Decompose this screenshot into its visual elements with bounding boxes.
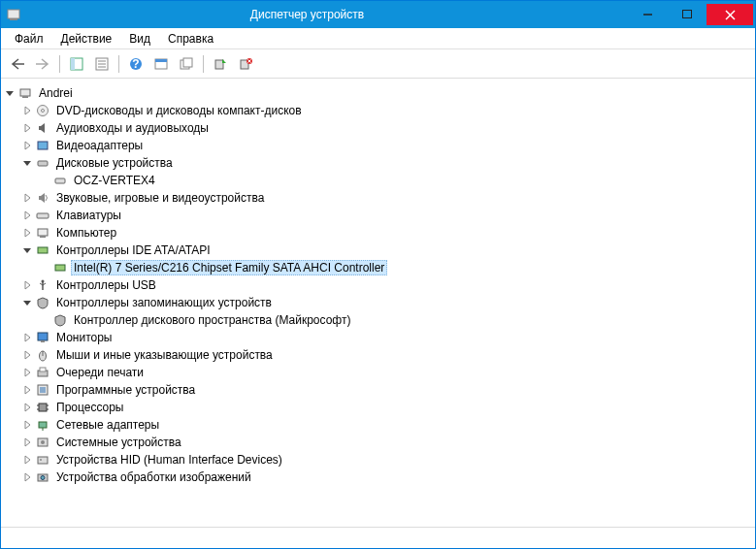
- tree-node-label[interactable]: OCZ-VERTEX4: [71, 173, 158, 188]
- tree-category[interactable]: Сетевые адаптеры: [20, 416, 753, 434]
- tree-node-label[interactable]: Устройства обработки изображений: [53, 469, 254, 485]
- tree-node-label[interactable]: Очереди печати: [53, 365, 147, 380]
- tree-node-label[interactable]: Клавиатуры: [53, 208, 124, 223]
- tree-category[interactable]: Контроллеры IDE ATA/ATAPI: [20, 242, 753, 259]
- tree-category[interactable]: Аудиовходы и аудиовыходы: [20, 119, 753, 137]
- toolbar-action1-button[interactable]: [150, 53, 172, 75]
- svg-text:?: ?: [132, 57, 139, 71]
- expander-icon[interactable]: [3, 86, 16, 100]
- svg-rect-0: [8, 10, 19, 18]
- tree-leaf[interactable]: OCZ-VERTEX4: [38, 172, 753, 189]
- expander-icon[interactable]: [20, 139, 34, 152]
- tree-category[interactable]: DVD-дисководы и дисководы компакт-дисков: [20, 102, 753, 119]
- tree-node-label[interactable]: Процессоры: [53, 400, 127, 415]
- tree-category[interactable]: Мониторы: [20, 329, 753, 346]
- dvd-icon: [34, 104, 51, 117]
- tree-node-label[interactable]: Компьютер: [53, 225, 119, 241]
- tree-category[interactable]: Контроллеры запоминающих устройств: [20, 294, 753, 311]
- tree-category[interactable]: Устройства обработки изображений: [20, 468, 753, 486]
- storage-ctl-icon: [51, 313, 69, 327]
- menu-action[interactable]: Действие: [53, 30, 120, 48]
- tree-category[interactable]: Системные устройства: [20, 434, 753, 451]
- expander-icon[interactable]: [20, 243, 34, 257]
- tree-node-label[interactable]: Контроллер дискового пространства (Майкр…: [71, 312, 353, 328]
- expander-icon[interactable]: [20, 104, 34, 117]
- expander-icon[interactable]: [20, 436, 34, 449]
- tree-node-label[interactable]: Andrei: [36, 85, 76, 101]
- svg-rect-3: [683, 11, 692, 18]
- expander-icon[interactable]: [20, 366, 34, 379]
- system-icon: [34, 436, 51, 449]
- menu-file[interactable]: Файл: [7, 30, 51, 48]
- tree-node-label[interactable]: Контроллеры USB: [53, 277, 159, 293]
- expander-icon[interactable]: [20, 191, 34, 205]
- expander-icon[interactable]: [20, 209, 34, 222]
- tree-node-label[interactable]: Мониторы: [53, 330, 115, 345]
- tree-root-node[interactable]: Andrei: [3, 84, 753, 102]
- toolbar-properties-button[interactable]: [91, 53, 113, 75]
- tree-node-label[interactable]: Сетевые адаптеры: [53, 417, 162, 433]
- tree-node-label[interactable]: Системные устройства: [53, 435, 184, 450]
- expander-icon[interactable]: [20, 348, 34, 362]
- tree-node-label[interactable]: Контроллеры IDE ATA/ATAPI: [53, 242, 214, 258]
- svg-point-57: [40, 459, 42, 461]
- maximize-button[interactable]: [668, 4, 707, 25]
- toolbar-forward-button[interactable]: [32, 53, 53, 75]
- tree-leaf[interactable]: Intel(R) 7 Series/C216 Chipset Family SA…: [38, 259, 753, 276]
- toolbar-scan-button[interactable]: [210, 53, 231, 75]
- tree-category[interactable]: Клавиатуры: [20, 207, 753, 224]
- svg-rect-24: [22, 96, 28, 98]
- expander-icon[interactable]: [20, 401, 34, 414]
- menu-help[interactable]: Справка: [160, 30, 221, 48]
- tree-node-label[interactable]: Мыши и иные указывающие устройства: [53, 347, 276, 363]
- hid-icon: [34, 453, 51, 467]
- expander-icon[interactable]: [20, 296, 34, 309]
- tree-category[interactable]: Контроллеры USB: [20, 276, 753, 294]
- tree-node-label[interactable]: DVD-дисководы и дисководы компакт-дисков: [53, 103, 305, 118]
- tree-category[interactable]: Программные устройства: [20, 381, 753, 399]
- toolbar-uninstall-button[interactable]: [235, 53, 256, 75]
- tree-category[interactable]: Очереди печати: [20, 364, 753, 381]
- expander-icon[interactable]: [20, 278, 34, 292]
- tree-category[interactable]: Процессоры: [20, 399, 753, 416]
- minimize-button[interactable]: [629, 4, 668, 25]
- tree-category[interactable]: Устройства HID (Human Interface Devices): [20, 451, 753, 468]
- network-icon: [34, 418, 51, 432]
- tree-node-label[interactable]: Звуковые, игровые и видеоустройства: [53, 190, 267, 206]
- tree-category[interactable]: Дисковые устройства: [20, 154, 753, 172]
- close-button[interactable]: [707, 4, 753, 25]
- tree-category[interactable]: Видеоадаптеры: [20, 137, 753, 154]
- tree-node-label[interactable]: Дисковые устройства: [53, 155, 176, 171]
- svg-rect-7: [71, 58, 75, 70]
- audio-icon: [34, 121, 51, 135]
- expander-icon[interactable]: [20, 156, 34, 170]
- disk-icon: [34, 156, 51, 170]
- toolbar-show-hide-button[interactable]: [66, 53, 87, 75]
- tree-node-label[interactable]: Intel(R) 7 Series/C216 Chipset Family SA…: [71, 260, 387, 275]
- toolbar-action2-button[interactable]: [176, 53, 197, 75]
- tree-node-label[interactable]: Устройства HID (Human Interface Devices): [53, 452, 285, 468]
- expander-icon[interactable]: [20, 383, 34, 397]
- tree-leaf[interactable]: Контроллер дискового пространства (Майкр…: [38, 311, 753, 329]
- mouse-icon: [34, 348, 51, 362]
- expander-icon[interactable]: [20, 470, 34, 484]
- computer-icon: [34, 226, 51, 240]
- expander-icon[interactable]: [20, 418, 34, 432]
- tree-category[interactable]: Компьютер: [20, 224, 753, 242]
- expander-icon[interactable]: [20, 331, 34, 344]
- toolbar-back-button[interactable]: [7, 53, 28, 75]
- expander-icon[interactable]: [20, 226, 34, 240]
- toolbar-separator: [203, 55, 204, 73]
- expander-icon[interactable]: [20, 453, 34, 467]
- tree-node-label[interactable]: Аудиовходы и аудиовыходы: [53, 120, 212, 136]
- tree-category[interactable]: Мыши и иные указывающие устройства: [20, 346, 753, 364]
- menu-view[interactable]: Вид: [121, 30, 158, 48]
- toolbar-help-button[interactable]: ?: [125, 53, 147, 75]
- expander-icon[interactable]: [20, 121, 34, 135]
- tree-node-label[interactable]: Программные устройства: [53, 382, 198, 398]
- tree-node-label[interactable]: Видеоадаптеры: [53, 138, 146, 153]
- svg-rect-30: [37, 213, 49, 218]
- tree-node-label[interactable]: Контроллеры запоминающих устройств: [53, 295, 275, 310]
- tree-category[interactable]: Звуковые, игровые и видеоустройства: [20, 189, 753, 207]
- device-tree-container[interactable]: AndreiDVD-дисководы и дисководы компакт-…: [1, 79, 755, 527]
